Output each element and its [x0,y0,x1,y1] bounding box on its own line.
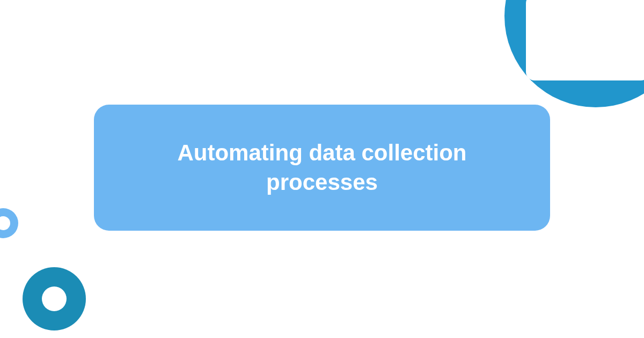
page-title: Automating data collection processes [126,138,518,197]
decorative-ring-large [23,267,86,330]
decorative-corner-cutout [526,0,644,80]
decorative-ring-small [0,208,18,238]
title-card: Automating data collection processes [94,105,550,231]
